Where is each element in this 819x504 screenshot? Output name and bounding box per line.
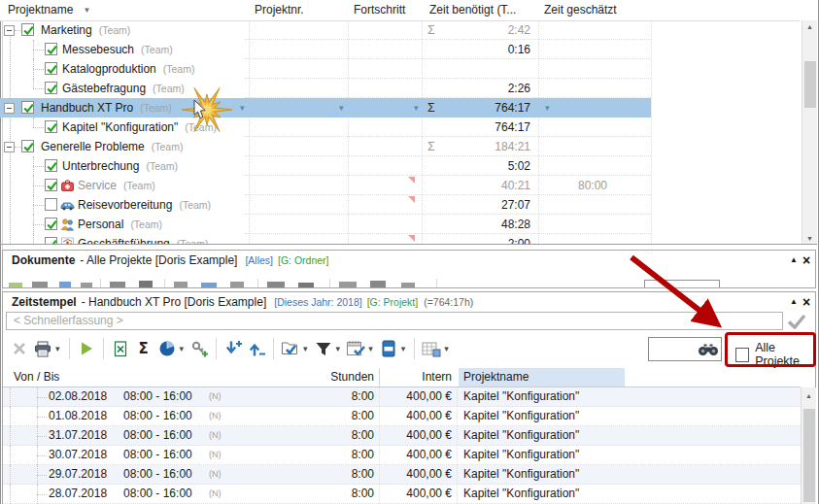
expand-toggle[interactable] [4, 103, 15, 114]
time-table-scrollbar[interactable]: ▲ [801, 387, 816, 504]
tree-connector [15, 30, 20, 31]
row-checkbox[interactable] [45, 62, 57, 75]
date-value: 31.07.2018 [49, 426, 107, 445]
dropdown-icon[interactable]: ▾ [303, 344, 308, 353]
time-row[interactable]: 02.08.201808:00 - 16:00(N)8:00400,00 €Ka… [3, 387, 801, 407]
column-header-stunden[interactable]: Stunden [272, 368, 374, 386]
expand-toggle[interactable] [4, 25, 15, 36]
report-button[interactable] [378, 338, 399, 359]
project-name: Gästebefragung [62, 82, 146, 95]
confirm-check-icon[interactable] [787, 314, 806, 332]
binoculars-icon[interactable] [698, 343, 719, 356]
row-checkbox[interactable] [21, 101, 34, 114]
tree-row[interactable]: Gästebefragung(Team)2:26 [0, 79, 800, 98]
row-checkbox[interactable] [45, 120, 57, 133]
column-header-von-bis[interactable]: Von / Bis [14, 368, 59, 386]
project-name-cell: Geschäftsführung(Team) [78, 234, 208, 244]
cell-dropdown-icon[interactable]: ▾ [545, 98, 550, 118]
sort-desc-icon[interactable]: ▼ [83, 6, 90, 15]
column-header-fortschritt[interactable]: Fortschritt [354, 0, 405, 20]
row-checkbox[interactable] [45, 198, 57, 211]
scrollbar-thumb[interactable] [803, 409, 815, 502]
cell-dropdown-icon[interactable]: ▾ [339, 98, 344, 118]
column-header-intern[interactable]: Intern [379, 368, 452, 386]
column-header-projektname[interactable]: Projektname▼ [8, 0, 90, 20]
row-checkbox[interactable] [45, 43, 57, 55]
excel-export-button[interactable] [110, 338, 131, 359]
pie-chart-button[interactable] [156, 338, 178, 359]
dropdown-icon[interactable]: ▾ [180, 344, 185, 353]
filter-button[interactable] [313, 338, 334, 359]
projektname-value: Kapitel "Konfiguration" [463, 426, 579, 445]
sum-button[interactable]: Σ [133, 338, 154, 359]
time-range-value: 08:00 - 16:00 [123, 387, 192, 406]
close-panel-button[interactable]: × [802, 297, 810, 307]
zeit-benoetigt-value: 27:07 [422, 195, 530, 215]
tree-row[interactable]: Service(Team)40:2180:00 [0, 176, 800, 195]
run-button[interactable] [76, 338, 97, 359]
zeit-benoetigt-value: 764:17 [422, 98, 530, 118]
dokumente-panel-header: Dokumente- Alle Projekte [Doris Example]… [12, 252, 329, 270]
dropdown-icon[interactable]: ▾ [55, 344, 60, 353]
tree-row[interactable]: Katalogproduktion(Team) [0, 59, 800, 79]
column-header-projektname[interactable]: Projektname [463, 368, 529, 386]
dropdown-icon[interactable]: ▾ [444, 344, 449, 353]
row-checkbox[interactable] [45, 179, 57, 191]
column-header-zeit-geschaetzt[interactable]: Zeit geschätzt [544, 0, 617, 20]
row-checkbox[interactable] [45, 82, 57, 94]
tree-row[interactable]: Unterbrechung(Team)5:02 [0, 156, 800, 176]
clipped-icon-fragment [401, 283, 415, 287]
tree-row[interactable]: Kapitel "Konfiguration"(Team)764:17 [0, 118, 800, 137]
tree-row[interactable]: Reisevorbereitung(Team)27:07 [0, 195, 800, 215]
delete-button[interactable] [9, 338, 30, 359]
tree-row[interactable]: Geschäftsführung(Team)2:00 [0, 234, 800, 244]
row-checkbox[interactable] [21, 23, 34, 36]
dropdown-icon[interactable]: ▾ [401, 344, 406, 353]
clipped-icon-fragment [9, 283, 22, 287]
time-row[interactable]: 01.08.201808:00 - 16:00(N)8:00400,00 €Ka… [3, 407, 801, 426]
search-input[interactable] [651, 340, 700, 358]
tree-row[interactable]: Marketing(Team)Σ2:42 [0, 20, 800, 40]
tree-row[interactable]: Messebesuch(Team)0:16 [0, 40, 800, 59]
column-header-projektnr[interactable]: Projektnr. [255, 0, 304, 20]
search-box[interactable] [648, 337, 722, 361]
project-name: Kapitel "Konfiguration" [62, 120, 178, 134]
cell-dropdown-icon[interactable]: ▾ [240, 98, 245, 118]
tree-row[interactable]: Generelle Probleme(Team)Σ184:21 [0, 137, 800, 156]
expand-toggle[interactable] [4, 142, 15, 152]
print-button[interactable] [32, 338, 53, 359]
cell-dropdown-icon[interactable]: ▾ [414, 98, 419, 118]
scroll-down-icon[interactable]: ▼ [802, 232, 817, 244]
time-row[interactable]: 28.07.201808:00 - 16:00(N)8:00400,00 €Ka… [3, 485, 801, 504]
scroll-up-icon[interactable]: ▲ [802, 20, 817, 32]
column-header-zeit-benoetigt[interactable]: Zeit benötigt (T... [429, 0, 516, 20]
intern-value: 400,00 € [359, 485, 452, 503]
tree-scrollbar[interactable]: ▲ ▼ [802, 20, 817, 244]
insert-up-button[interactable] [246, 338, 267, 359]
dropdown-icon[interactable]: ▾ [368, 344, 373, 353]
scroll-up-icon[interactable]: ▲ [802, 389, 816, 401]
tree-connector [10, 426, 11, 446]
row-checkbox[interactable] [45, 237, 57, 244]
tree-row[interactable]: Handbuch XT Pro(Team)Σ764:17▾▾▾▾ [0, 98, 800, 118]
quick-entry-input[interactable]: < Schnellerfassung > [6, 312, 783, 330]
folder-filter-button[interactable] [280, 338, 301, 359]
insert-down-button[interactable] [222, 338, 244, 359]
collapse-panel-button[interactable]: ▲ [790, 297, 798, 306]
row-checkbox[interactable] [45, 218, 57, 230]
close-panel-button[interactable]: × [802, 255, 810, 265]
time-row[interactable]: 31.07.201808:00 - 16:00(N)8:00400,00 €Ka… [3, 426, 801, 446]
collapse-panel-button[interactable]: ▲ [790, 255, 798, 264]
toolbar-separator [69, 338, 70, 359]
time-row[interactable]: 29.07.201808:00 - 16:00(N)8:00400,00 €Ka… [3, 465, 801, 485]
scrollbar-thumb[interactable] [804, 61, 816, 108]
tree-connector [33, 50, 44, 50]
row-checkbox[interactable] [45, 159, 57, 172]
calendar-filter-button[interactable] [345, 338, 366, 359]
tree-row[interactable]: Personal(Team)48:28 [0, 215, 800, 234]
row-checkbox[interactable] [21, 140, 34, 152]
dropdown-icon[interactable]: ▾ [336, 344, 341, 353]
time-row[interactable]: 30.07.201808:00 - 16:00(N)8:00400,00 €Ka… [3, 446, 801, 465]
add-entry-button[interactable] [188, 338, 210, 359]
table-layout-button[interactable] [421, 338, 442, 359]
